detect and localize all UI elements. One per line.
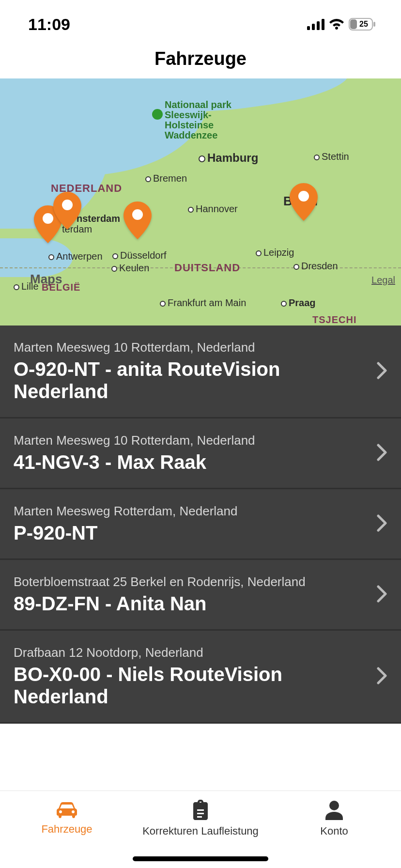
page-title: Fahrzeuge: [154, 48, 247, 69]
map-city-amsterdam-partial: nsterdam: [77, 213, 120, 224]
vehicle-address: Marten Meesweg 10 Rotterdam, Nederland: [14, 340, 314, 355]
chevron-right-icon: [377, 362, 387, 381]
vehicle-row[interactable]: Marten Meesweg Rotterdam, NederlandP-920…: [0, 489, 401, 560]
clipboard-icon: [191, 800, 210, 822]
tab-vehicles[interactable]: Fahrzeuge: [0, 791, 134, 868]
map-attribution: Maps: [28, 272, 62, 287]
map-city-keulen: Keulen: [111, 263, 149, 274]
park-tree-icon: [152, 109, 163, 120]
map-country-de: DUITSLAND: [174, 262, 240, 274]
map-pin-icon[interactable]: [290, 183, 318, 221]
svg-text:25: 25: [359, 20, 368, 28]
vehicle-title: 89-DZ-FN - Anita Nan: [14, 592, 309, 615]
tab-corrections-label: Korrekturen Laufleistung: [142, 825, 259, 837]
map-park-label: Nationaal park Sleeswijk- Holsteinse Wad…: [165, 100, 231, 140]
svg-rect-0: [307, 26, 310, 30]
header: Fahrzeuge: [0, 48, 401, 78]
map-pin-icon[interactable]: [123, 202, 152, 239]
wifi-icon: [328, 18, 345, 30]
vehicle-title: P-920-NT: [14, 522, 309, 544]
vehicle-row[interactable]: Drafbaan 12 Nootdorp, NederlandBO-X0-00 …: [0, 631, 401, 724]
vehicle-address: Boterbloemstraat 25 Berkel en Rodenrijs,…: [14, 574, 314, 589]
map[interactable]: Nationaal park Sleeswijk- Holsteinse Wad…: [0, 78, 401, 326]
svg-point-9: [62, 200, 73, 210]
svg-rect-2: [317, 21, 320, 30]
status-time: 11:09: [28, 15, 70, 34]
svg-point-12: [329, 801, 339, 810]
svg-rect-6: [350, 19, 357, 29]
map-city-hamburg: Hamburg: [199, 151, 258, 165]
chevron-right-icon: [377, 514, 387, 534]
tab-vehicles-label: Fahrzeuge: [41, 823, 92, 836]
map-country-cz: TSJECHI: [312, 314, 356, 326]
map-city-frankfurt: Frankfurt am Main: [160, 297, 246, 309]
svg-rect-1: [312, 24, 315, 30]
battery-icon: 25: [349, 18, 376, 31]
vehicle-address: Marten Meesweg 10 Rotterdam, Nederland: [14, 433, 314, 448]
tab-account-label: Konto: [320, 825, 348, 837]
map-city-hannover: Hannover: [188, 203, 238, 215]
map-city-bremen: Bremen: [145, 173, 187, 184]
map-city-antwerpen: Antwerpen: [48, 251, 103, 262]
map-city-stettin: Stettin: [314, 151, 349, 162]
status-bar: 11:09 25: [0, 0, 401, 48]
vehicle-title: BO-X0-00 - Niels RouteVision Nederland: [14, 663, 309, 708]
home-indicator: [133, 856, 268, 861]
svg-rect-3: [322, 19, 324, 30]
vehicle-row[interactable]: Boterbloemstraat 25 Berkel en Rodenrijs,…: [0, 560, 401, 631]
tab-bar: Fahrzeuge Korrekturen Laufleistung Konto: [0, 790, 401, 868]
vehicle-row[interactable]: Marten Meesweg 10 Rotterdam, Nederland41…: [0, 418, 401, 489]
vehicle-row[interactable]: Marten Meesweg 10 Rotterdam, NederlandO-…: [0, 326, 401, 418]
chevron-right-icon: [377, 444, 387, 463]
vehicle-title: O-920-NT - anita RouteVision Nederland: [14, 358, 309, 403]
user-icon: [324, 800, 344, 822]
map-city-leipzig: Leipzig: [256, 247, 294, 258]
car-icon: [56, 800, 78, 820]
status-right: 25: [307, 18, 376, 31]
map-pin-icon[interactable]: [53, 192, 81, 230]
vehicle-list: Marten Meesweg 10 Rotterdam, NederlandO-…: [0, 326, 401, 790]
svg-rect-5: [373, 22, 375, 27]
map-city-dresden: Dresden: [293, 261, 338, 272]
svg-point-8: [43, 213, 53, 224]
map-city-praag: Praag: [281, 297, 316, 309]
chevron-right-icon: [377, 667, 387, 686]
tab-account[interactable]: Konto: [267, 791, 401, 868]
svg-point-10: [132, 209, 143, 220]
svg-point-11: [298, 191, 309, 202]
cellular-signal-icon: [307, 18, 324, 30]
vehicle-address: Marten Meesweg Rotterdam, Nederland: [14, 504, 314, 519]
vehicle-address: Drafbaan 12 Nootdorp, Nederland: [14, 645, 314, 660]
vehicle-title: 41-NGV-3 - Max Raak: [14, 451, 309, 473]
map-legal-link[interactable]: Legal: [371, 275, 395, 286]
chevron-right-icon: [377, 585, 387, 604]
map-city-dusseldorf: Düsseldorf: [112, 250, 167, 261]
